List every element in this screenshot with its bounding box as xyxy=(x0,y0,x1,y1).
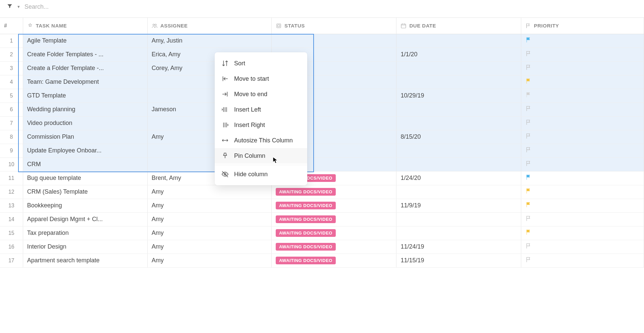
priority-cell[interactable] xyxy=(521,75,644,89)
priority-flag-icon[interactable] xyxy=(525,174,532,181)
status-cell[interactable]: AWAITING DOCS/VIDEO xyxy=(271,226,396,240)
due-cell[interactable] xyxy=(396,226,521,240)
status-cell[interactable]: AWAITING DOCS/VIDEO xyxy=(271,199,396,212)
task-cell[interactable]: Apparel Design Mgmt + Cl... xyxy=(23,212,147,226)
due-cell[interactable] xyxy=(396,157,521,171)
assignee-cell[interactable]: Amy xyxy=(147,254,271,267)
priority-flag-icon[interactable] xyxy=(525,119,532,126)
menu-item-hide[interactable]: Hide column xyxy=(215,166,307,182)
task-cell[interactable]: Bug queue template xyxy=(23,171,147,185)
assignee-cell[interactable]: Amy xyxy=(147,199,271,212)
priority-flag-icon[interactable] xyxy=(525,160,532,167)
priority-cell[interactable] xyxy=(521,130,644,144)
assignee-cell[interactable]: Amy, Justin xyxy=(147,34,271,48)
priority-cell[interactable] xyxy=(521,116,644,130)
priority-cell[interactable] xyxy=(521,103,644,116)
due-cell[interactable]: 1/1/20 xyxy=(396,48,521,61)
priority-cell[interactable] xyxy=(521,185,644,199)
priority-flag-icon[interactable] xyxy=(525,50,532,57)
table-row[interactable]: 1 Agile Template Amy, Justin xyxy=(0,34,644,48)
menu-item-move-start[interactable]: Move to start xyxy=(215,71,307,86)
due-cell[interactable] xyxy=(396,144,521,157)
priority-cell[interactable] xyxy=(521,157,644,171)
search-input[interactable] xyxy=(24,3,637,10)
due-cell[interactable] xyxy=(396,116,521,130)
menu-item-sort[interactable]: Sort xyxy=(215,56,307,71)
priority-flag-icon[interactable] xyxy=(525,256,532,263)
priority-cell[interactable] xyxy=(521,226,644,240)
priority-flag-icon[interactable] xyxy=(525,201,532,208)
task-cell[interactable]: Interior Design xyxy=(23,240,147,254)
priority-flag-icon[interactable] xyxy=(525,146,532,153)
table-row[interactable]: 12 CRM (Sales) Template Amy AWAITING DOC… xyxy=(0,185,644,199)
task-cell[interactable]: GTD Template xyxy=(23,89,147,103)
due-cell[interactable] xyxy=(396,212,521,226)
status-cell[interactable]: AWAITING DOCS/VIDEO xyxy=(271,240,396,254)
due-cell[interactable]: 8/15/20 xyxy=(396,130,521,144)
due-cell[interactable]: 1/24/20 xyxy=(396,171,521,185)
priority-flag-icon[interactable] xyxy=(525,229,532,236)
column-header-number[interactable]: # xyxy=(0,18,23,34)
column-header-due[interactable]: DUE DATE xyxy=(396,18,521,34)
table-row[interactable]: 17 Apartment search template Amy AWAITIN… xyxy=(0,254,644,267)
due-cell[interactable] xyxy=(396,61,521,75)
table-row[interactable]: 5 GTD Template 10/29/19 xyxy=(0,89,644,103)
menu-item-pin[interactable]: Pin Column xyxy=(215,148,307,163)
task-cell[interactable]: Create Folder Templates - ... xyxy=(23,48,147,61)
task-cell[interactable]: Update Employee Onboar... xyxy=(23,144,147,157)
table-row[interactable]: 14 Apparel Design Mgmt + Cl... Amy AWAIT… xyxy=(0,212,644,226)
priority-cell[interactable] xyxy=(521,240,644,254)
priority-cell[interactable] xyxy=(521,61,644,75)
status-cell[interactable] xyxy=(271,34,396,48)
priority-cell[interactable] xyxy=(521,171,644,185)
due-cell[interactable]: 11/24/19 xyxy=(396,240,521,254)
due-cell[interactable] xyxy=(396,75,521,89)
status-cell[interactable]: AWAITING DOCS/VIDEO xyxy=(271,212,396,226)
menu-item-move-end[interactable]: Move to end xyxy=(215,86,307,102)
priority-flag-icon[interactable] xyxy=(525,37,532,43)
column-header-status[interactable]: STATUS xyxy=(271,18,396,34)
table-row[interactable]: 16 Interior Design Amy AWAITING DOCS/VID… xyxy=(0,240,644,254)
task-cell[interactable]: Apartment search template xyxy=(23,254,147,267)
task-cell[interactable]: Wedding planning xyxy=(23,103,147,116)
priority-flag-icon[interactable] xyxy=(525,78,532,84)
task-cell[interactable]: Commission Plan xyxy=(23,130,147,144)
priority-flag-icon[interactable] xyxy=(525,133,532,139)
assignee-cell[interactable]: Amy xyxy=(147,185,271,199)
column-header-assignee[interactable]: ASSIGNEE xyxy=(147,18,271,34)
task-cell[interactable]: Tax preparation xyxy=(23,226,147,240)
menu-item-insert-left[interactable]: Insert Left xyxy=(215,102,307,117)
priority-cell[interactable] xyxy=(521,48,644,61)
task-cell[interactable]: Bookkeeping xyxy=(23,199,147,212)
task-cell[interactable]: Agile Template xyxy=(23,34,147,48)
priority-cell[interactable] xyxy=(521,89,644,103)
priority-flag-icon[interactable] xyxy=(525,188,532,194)
task-cell[interactable]: Video production xyxy=(23,116,147,130)
table-row[interactable]: 13 Bookkeeping Amy AWAITING DOCS/VIDEO 1… xyxy=(0,199,644,212)
status-cell[interactable]: AWAITING DOCS/VIDEO xyxy=(271,185,396,199)
table-row[interactable]: 15 Tax preparation Amy AWAITING DOCS/VID… xyxy=(0,226,644,240)
task-cell[interactable]: Team: Game Development xyxy=(23,75,147,89)
column-header-priority[interactable]: PRIORITY xyxy=(521,18,644,34)
due-cell[interactable]: 11/9/19 xyxy=(396,199,521,212)
table-row[interactable]: 2 Create Folder Templates - ... Erica, A… xyxy=(0,48,644,61)
due-cell[interactable] xyxy=(396,34,521,48)
table-row[interactable]: 10 CRM xyxy=(0,157,644,171)
priority-cell[interactable] xyxy=(521,199,644,212)
filter-dropdown-caret[interactable]: ▼ xyxy=(17,5,20,9)
assignee-cell[interactable]: Amy xyxy=(147,240,271,254)
table-row[interactable]: 7 Video production xyxy=(0,116,644,130)
due-cell[interactable]: 11/15/19 xyxy=(396,254,521,267)
filter-icon[interactable] xyxy=(7,3,13,10)
assignee-cell[interactable]: Amy xyxy=(147,226,271,240)
priority-cell[interactable] xyxy=(521,144,644,157)
column-header-task[interactable]: TASK NAME xyxy=(23,18,147,34)
table-row[interactable]: 11 Bug queue template Brent, Amy AWAITIN… xyxy=(0,171,644,185)
due-cell[interactable] xyxy=(396,185,521,199)
priority-flag-icon[interactable] xyxy=(525,243,532,249)
due-cell[interactable] xyxy=(396,103,521,116)
table-row[interactable]: 6 Wedding planning Jameson xyxy=(0,103,644,116)
priority-cell[interactable] xyxy=(521,212,644,226)
menu-item-autosize[interactable]: Autosize This Column xyxy=(215,133,307,148)
priority-flag-icon[interactable] xyxy=(525,64,532,71)
